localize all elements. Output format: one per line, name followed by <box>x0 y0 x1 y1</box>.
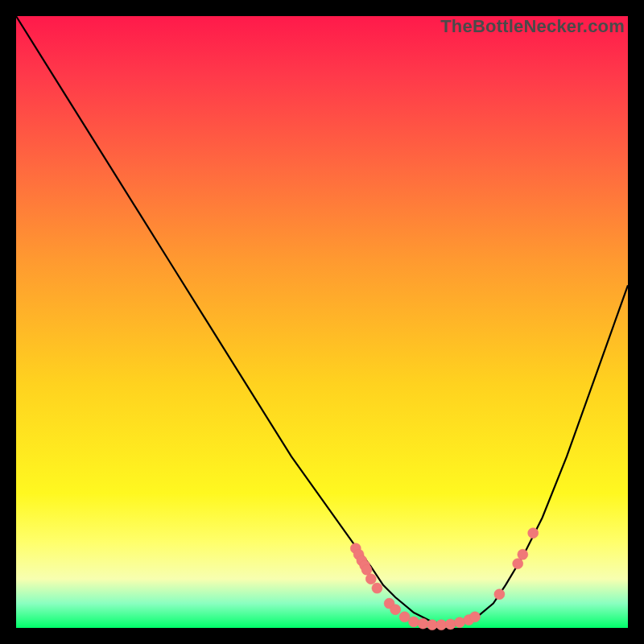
data-point <box>390 605 401 615</box>
data-point <box>518 549 528 559</box>
data-point <box>513 559 523 569</box>
data-point <box>427 620 437 630</box>
data-point <box>409 617 419 627</box>
data-point <box>365 574 376 584</box>
data-point <box>372 583 382 593</box>
data-point <box>399 612 410 622</box>
data-point <box>455 617 465 628</box>
chart-frame: TheBottleNecker.com <box>16 16 628 628</box>
data-point <box>361 564 372 575</box>
watermark-text: TheBottleNecker.com <box>440 16 625 37</box>
data-point <box>445 619 456 630</box>
data-point <box>470 612 481 622</box>
data-point <box>494 589 505 600</box>
data-point <box>528 528 539 539</box>
chart-svg <box>16 16 628 628</box>
data-point <box>418 618 428 629</box>
data-point <box>436 620 447 630</box>
